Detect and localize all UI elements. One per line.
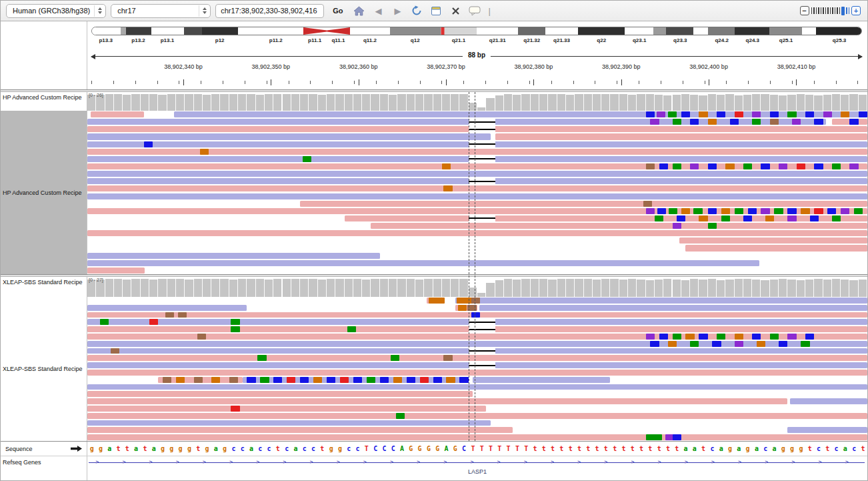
zoom-tick[interactable] bbox=[818, 7, 819, 14]
read[interactable] bbox=[371, 223, 867, 229]
zoom-tick[interactable] bbox=[835, 7, 836, 14]
zoom-tick[interactable] bbox=[825, 7, 827, 14]
read[interactable] bbox=[790, 398, 867, 404]
ideogram-band-q25.1 bbox=[769, 27, 802, 35]
ideogram-bar[interactable] bbox=[91, 27, 862, 35]
ruler-major-tick bbox=[621, 79, 622, 85]
read[interactable] bbox=[87, 171, 867, 177]
read[interactable] bbox=[87, 427, 513, 433]
back-icon[interactable]: ◀ bbox=[371, 3, 385, 18]
read[interactable] bbox=[87, 398, 787, 404]
read[interactable] bbox=[174, 111, 867, 117]
strand-arrow-icon[interactable] bbox=[71, 446, 82, 452]
read[interactable] bbox=[87, 370, 867, 376]
genome-select[interactable]: Human (GRCh38/hg38) bbox=[6, 4, 106, 18]
read[interactable] bbox=[300, 201, 867, 207]
gene-strand-arrow: > bbox=[176, 458, 179, 466]
read[interactable] bbox=[87, 391, 473, 397]
zoom-slider[interactable] bbox=[811, 6, 850, 15]
read[interactable] bbox=[87, 253, 380, 259]
resize-tool-icon[interactable] bbox=[448, 3, 463, 18]
gene-area[interactable]: >>>>>>>>>>>>>>>>>>>>>>>>>>>>> LASP1 bbox=[87, 456, 867, 480]
refresh-icon[interactable] bbox=[409, 3, 424, 18]
track2-alignment-label-col: XLEAP-SBS Standard Recipe bbox=[1, 297, 87, 441]
ruler-minor-tick bbox=[332, 81, 333, 84]
deletion-line bbox=[469, 350, 495, 352]
band-label: q12 bbox=[411, 37, 420, 43]
read[interactable] bbox=[87, 268, 145, 274]
track1-coverage-label[interactable]: HP Advanced Custom Recipe bbox=[3, 94, 81, 101]
coverage-bar bbox=[735, 95, 743, 111]
zoom-tick[interactable] bbox=[846, 7, 847, 14]
zoom-tick[interactable] bbox=[839, 7, 841, 14]
coverage-bar bbox=[752, 280, 761, 297]
sequence-area[interactable]: ggattataggggtgagccacctcacctggccTCCCAGGGG… bbox=[87, 442, 867, 456]
zoom-tick[interactable] bbox=[821, 7, 822, 14]
zoom-tick[interactable] bbox=[823, 7, 824, 14]
read[interactable] bbox=[87, 384, 867, 390]
mismatch-base bbox=[708, 208, 717, 214]
coverage-bar bbox=[131, 94, 140, 111]
coverage-bar bbox=[389, 279, 397, 297]
chromosome-select[interactable]: chr17 bbox=[111, 4, 211, 18]
ruler-minor-tick bbox=[705, 81, 705, 84]
read[interactable] bbox=[685, 245, 867, 251]
read[interactable] bbox=[87, 260, 759, 266]
zoom-tick[interactable] bbox=[816, 7, 817, 14]
go-button[interactable]: Go bbox=[329, 5, 347, 16]
sequence-base: G bbox=[415, 445, 424, 452]
mismatch-base bbox=[841, 111, 849, 117]
read[interactable] bbox=[87, 341, 867, 347]
region-tool-icon[interactable] bbox=[429, 3, 443, 18]
zoom-tick[interactable] bbox=[849, 7, 850, 14]
zoom-tick[interactable] bbox=[837, 7, 838, 14]
deletion-line bbox=[469, 181, 495, 182]
sequence-base: g bbox=[158, 445, 167, 452]
locus-input[interactable] bbox=[215, 4, 324, 18]
read[interactable] bbox=[87, 406, 486, 412]
sequence-base: t bbox=[673, 445, 681, 452]
read[interactable] bbox=[87, 434, 867, 440]
coverage-bar bbox=[380, 279, 389, 297]
coverage-bar bbox=[114, 94, 123, 111]
zoom-tick[interactable] bbox=[813, 7, 815, 14]
read[interactable] bbox=[87, 185, 867, 191]
popup-text-icon[interactable] bbox=[467, 3, 482, 18]
forward-icon[interactable]: ▶ bbox=[390, 3, 405, 18]
read[interactable] bbox=[91, 111, 144, 117]
mismatch-base bbox=[313, 377, 322, 383]
read[interactable] bbox=[479, 305, 867, 311]
read[interactable] bbox=[87, 413, 867, 419]
read[interactable] bbox=[87, 133, 491, 139]
gene-strand-arrow: > bbox=[658, 458, 661, 466]
mismatch-base bbox=[231, 319, 239, 325]
sequence-base: t bbox=[318, 445, 327, 452]
mismatch-base bbox=[685, 334, 694, 340]
zoom-tick[interactable] bbox=[827, 7, 829, 14]
zoom-tick[interactable] bbox=[830, 7, 831, 14]
read[interactable] bbox=[473, 377, 610, 383]
track2-coverage-label[interactable]: XLEAP-SBS Standard Recipe bbox=[3, 279, 83, 286]
read[interactable] bbox=[87, 305, 247, 311]
read[interactable] bbox=[455, 298, 867, 304]
read[interactable] bbox=[87, 420, 491, 426]
home-icon[interactable] bbox=[351, 3, 366, 18]
read[interactable] bbox=[87, 230, 867, 236]
ideogram-band-p13.3 bbox=[92, 27, 121, 35]
band-label: q11.2 bbox=[363, 37, 377, 43]
zoom-tick[interactable] bbox=[811, 7, 813, 14]
track2-alignment-label[interactable]: XLEAP-SBS Standard Recipe bbox=[3, 366, 83, 372]
zoom-in-button[interactable]: + bbox=[851, 6, 861, 15]
zoom-out-button[interactable]: − bbox=[800, 6, 809, 15]
zoom-tick[interactable] bbox=[832, 7, 833, 14]
track1-alignment-label[interactable]: HP Advanced Custom Recipe bbox=[3, 189, 81, 196]
zoom-tick[interactable] bbox=[841, 7, 845, 15]
sequence-base: t bbox=[575, 445, 583, 452]
mismatch-base bbox=[735, 341, 743, 347]
read[interactable] bbox=[87, 355, 867, 361]
read[interactable] bbox=[87, 193, 867, 199]
read[interactable] bbox=[495, 133, 867, 139]
read[interactable] bbox=[679, 237, 867, 244]
read[interactable] bbox=[787, 427, 867, 433]
coverage-bar bbox=[451, 94, 459, 111]
